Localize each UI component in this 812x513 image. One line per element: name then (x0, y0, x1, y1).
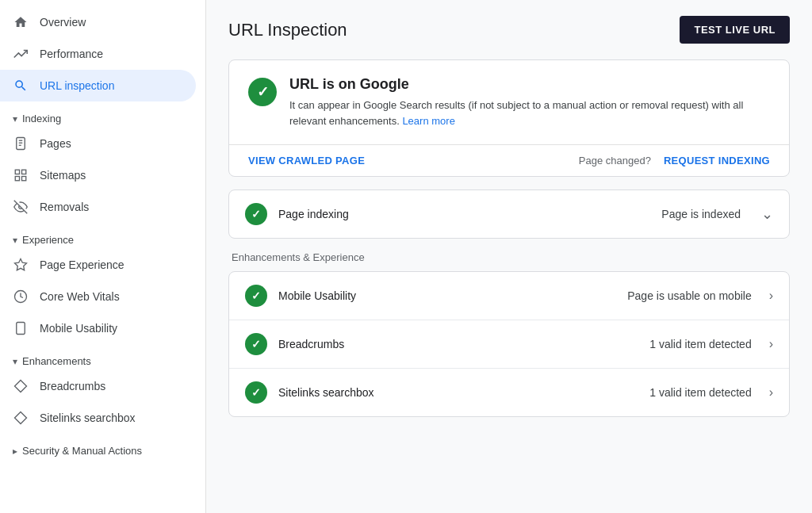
indexing-section-label: Indexing (22, 113, 61, 124)
page-indexing-row[interactable]: ✓ Page indexing Page is indexed ⌄ (229, 190, 789, 238)
experience-section-label: Experience (22, 234, 74, 246)
learn-more-link[interactable]: Learn more (402, 115, 454, 127)
svg-marker-9 (15, 259, 27, 270)
sitelinks-searchbox-label: Sitelinks searchbox (278, 386, 638, 399)
page-indexing-chevron-icon: ⌄ (761, 205, 773, 223)
eye-off-icon (13, 199, 29, 215)
test-live-url-button[interactable]: TEST LIVE URL (680, 16, 790, 44)
sidebar-label-mobile-usability: Mobile Usability (40, 322, 117, 335)
sidebar-item-overview[interactable]: Overview (0, 6, 196, 38)
svg-marker-13 (15, 381, 27, 392)
sidebar-item-url-inspection[interactable]: URL inspection (0, 70, 196, 101)
svg-marker-14 (15, 412, 27, 424)
sidebar-item-sitemaps[interactable]: Sitemaps (0, 159, 196, 191)
mobile-usability-status: Page is usable on mobile (627, 289, 751, 302)
file-icon (13, 136, 29, 151)
gauge-icon (13, 289, 29, 304)
security-section-label: Security & Manual Actions (22, 445, 142, 457)
sidebar-label-performance: Performance (40, 48, 103, 60)
enhancements-card: ✓ Mobile Usability Page is usable on mob… (228, 271, 790, 417)
main-header: URL Inspection TEST LIVE URL (228, 16, 790, 44)
sidebar-item-sitelinks-searchbox[interactable]: Sitelinks searchbox (0, 402, 196, 434)
sidebar-label-page-experience: Page Experience (40, 258, 124, 271)
grid-icon (13, 167, 29, 183)
mobile-usability-chevron-icon: › (769, 289, 773, 303)
url-status-title: URL is on Google (289, 76, 770, 93)
url-status-card: ✓ URL is on Google It can appear in Goog… (228, 59, 790, 177)
url-status-description: It can appear in Google Search results (… (289, 98, 770, 128)
sidebar-label-breadcrumbs: Breadcrumbs (40, 380, 105, 392)
page-indexing-card: ✓ Page indexing Page is indexed ⌄ (228, 190, 790, 239)
breadcrumbs-chevron-icon: › (769, 337, 773, 351)
sidebar-label-sitemaps: Sitemaps (40, 169, 86, 182)
sidebar-section-experience[interactable]: ▾ Experience (0, 226, 205, 249)
page-indexing-status: Page is indexed (661, 208, 741, 220)
url-status-success-icon: ✓ (248, 78, 277, 106)
sidebar: Overview Performance URL inspection ▾ In… (0, 0, 206, 513)
breadcrumbs-label: Breadcrumbs (278, 338, 638, 350)
security-arrow-icon: ▸ (13, 446, 17, 457)
breadcrumbs-status: 1 valid item detected (649, 338, 751, 350)
smartphone-icon (13, 320, 29, 336)
url-actions-bar: VIEW CRAWLED PAGE Page changed? REQUEST … (229, 144, 789, 176)
svg-rect-11 (17, 323, 25, 335)
breadcrumbs-status-icon: ✓ (245, 333, 267, 355)
sidebar-label-url-inspection: URL inspection (40, 79, 114, 92)
sidebar-item-removals[interactable]: Removals (0, 191, 196, 223)
sidebar-section-security[interactable]: ▸ Security & Manual Actions (0, 437, 205, 460)
sitelinks-searchbox-chevron-icon: › (769, 385, 773, 400)
page-title: URL Inspection (228, 20, 347, 40)
enhancement-row-breadcrumbs[interactable]: ✓ Breadcrumbs 1 valid item detected › (229, 320, 789, 369)
page-indexing-status-icon: ✓ (245, 203, 267, 225)
sidebar-item-page-experience[interactable]: Page Experience (0, 249, 196, 281)
star-icon (13, 257, 29, 273)
page-changed-text: Page changed? (579, 155, 651, 167)
view-crawled-page-link[interactable]: VIEW CRAWLED PAGE (248, 155, 365, 167)
svg-rect-4 (15, 170, 19, 174)
experience-arrow-icon: ▾ (13, 235, 17, 246)
enhancements-section-header: Enhancements & Experience (228, 251, 790, 263)
sidebar-item-core-web-vitals[interactable]: Core Web Vitals (0, 281, 196, 312)
sidebar-item-breadcrumbs[interactable]: Breadcrumbs (0, 370, 196, 402)
diamond-sitelinks-icon (13, 410, 29, 426)
mobile-usability-status-icon: ✓ (245, 285, 267, 307)
page-indexing-label: Page indexing (278, 208, 650, 220)
sitelinks-searchbox-status-icon: ✓ (245, 381, 267, 404)
sidebar-item-mobile-usability[interactable]: Mobile Usability (0, 312, 196, 344)
svg-rect-5 (22, 170, 26, 174)
svg-rect-7 (22, 177, 26, 181)
sidebar-section-enhancements[interactable]: ▾ Enhancements (0, 347, 205, 370)
svg-rect-0 (17, 138, 25, 150)
mobile-usability-label: Mobile Usability (278, 289, 616, 302)
sidebar-item-pages[interactable]: Pages (0, 128, 196, 159)
sidebar-label-overview: Overview (40, 16, 86, 29)
enhancement-row-mobile-usability[interactable]: ✓ Mobile Usability Page is usable on mob… (229, 272, 789, 320)
sidebar-label-core-web-vitals: Core Web Vitals (40, 290, 120, 303)
sitelinks-searchbox-status: 1 valid item detected (649, 386, 751, 399)
enhancement-row-sitelinks-searchbox[interactable]: ✓ Sitelinks searchbox 1 valid item detec… (229, 369, 789, 416)
url-status-content-area: ✓ URL is on Google It can appear in Goog… (229, 60, 789, 144)
request-indexing-link[interactable]: REQUEST INDEXING (664, 155, 770, 167)
sidebar-item-performance[interactable]: Performance (0, 38, 196, 70)
enhancements-section-label: Enhancements (22, 355, 91, 367)
enhancements-arrow-icon: ▾ (13, 356, 17, 367)
url-status-text: URL is on Google It can appear in Google… (289, 76, 770, 128)
sidebar-label-pages: Pages (40, 137, 71, 150)
diamond-breadcrumbs-icon (13, 378, 29, 394)
home-icon (13, 14, 29, 30)
main-content: URL Inspection TEST LIVE URL ✓ URL is on… (206, 0, 812, 513)
indexing-arrow-icon: ▾ (13, 113, 17, 124)
trending-up-icon (13, 46, 29, 62)
sidebar-label-sitelinks-searchbox: Sitelinks searchbox (40, 412, 136, 424)
sidebar-label-removals: Removals (40, 201, 89, 213)
svg-rect-6 (15, 177, 19, 181)
sidebar-section-indexing[interactable]: ▾ Indexing (0, 105, 205, 128)
search-icon (13, 78, 29, 94)
